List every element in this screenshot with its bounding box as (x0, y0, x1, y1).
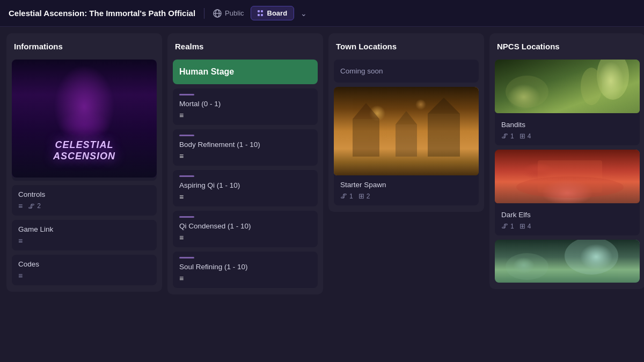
mortal-meta (179, 111, 311, 120)
visibility-label: Public (225, 9, 244, 17)
card-mortal[interactable]: Mortal (0 - 1) (173, 88, 318, 125)
game-link-lines (18, 237, 23, 245)
svg-point-11 (506, 76, 548, 108)
column-npcs-locations: NPCS Locations Bandits 🖇 1 (489, 33, 644, 289)
bandits-svg (495, 60, 640, 113)
card-bandits[interactable]: Bandits 🖇 1 ⊞ 4 (495, 60, 640, 145)
card-body-refinement[interactable]: Body Refinement (1 - 10) (173, 129, 318, 166)
lines-icon (18, 202, 23, 210)
controls-attachment-count: 2 (37, 202, 41, 210)
card-coming-soon[interactable]: Coming soon (334, 60, 479, 83)
card-codes[interactable]: Codes (12, 255, 157, 285)
paperclip-icon-starter: 🖇 (340, 192, 347, 200)
darkelfs-attachments: 🖇 1 (501, 222, 514, 230)
column-town-locations: Town Locations Coming soon Starter S (328, 33, 484, 212)
card-game-link[interactable]: Game Link (12, 220, 157, 250)
bandits-pages: ⊞ 4 (519, 132, 531, 140)
card-aspiring-qi[interactable]: Aspiring Qi (1 - 10) (173, 170, 318, 206)
celestial-image: CELESTIALASCENSION (12, 60, 157, 178)
lines-icon-body (179, 152, 184, 160)
bottom-npc-image (495, 240, 640, 283)
bandits-pages-count: 4 (528, 132, 531, 140)
column-header-npcs: NPCS Locations (495, 40, 640, 55)
card-controls[interactable]: Controls 🖇 2 (12, 185, 157, 216)
game-art-title: CELESTIALASCENSION (53, 139, 115, 162)
pages-icon-bandits: ⊞ (519, 132, 525, 140)
paperclip-icon-bandits: 🖇 (501, 132, 508, 140)
column-informations: Informations CELESTIALASCENSION Controls… (6, 33, 162, 292)
svg-marker-6 (396, 111, 417, 124)
darkelfs-svg (495, 150, 640, 203)
column-realms: Realms Human Stage Mortal (0 - 1) Body R… (167, 33, 323, 294)
starter-pages: ⊞ 2 (358, 192, 370, 200)
accent-bar-3 (179, 175, 194, 177)
svg-rect-3 (353, 119, 379, 157)
nav-divider (204, 8, 204, 19)
card-game-art[interactable]: CELESTIALASCENSION (12, 60, 157, 181)
codes-lines (18, 271, 23, 280)
game-link-title: Game Link (18, 225, 150, 233)
accent-bar-4 (179, 216, 194, 218)
column-header-informations: Informations (12, 40, 157, 55)
soul-refining-meta (179, 274, 311, 283)
board-button[interactable]: Board (251, 6, 295, 20)
board-label: Board (267, 9, 288, 17)
bandits-content: Bandits 🖇 1 ⊞ 4 (495, 116, 640, 145)
svg-point-15 (506, 253, 548, 280)
chevron-down-icon[interactable]: ⌄ (301, 9, 307, 18)
lines-icon-qi (179, 193, 184, 201)
pages-icon-darkelfs: ⊞ (519, 222, 525, 230)
starter-spawn-content: Starter Spawn 🖇 1 ⊞ 2 (334, 175, 479, 205)
app-title: Celestial Ascension: The Immortal's Path… (9, 9, 195, 18)
starter-spawn-title: Starter Spawn (340, 181, 472, 189)
svg-point-13 (516, 176, 624, 198)
svg-rect-7 (428, 114, 460, 157)
qi-condensed-title: Qi Condensed (1 - 10) (179, 222, 311, 230)
aspiring-qi-title: Aspiring Qi (1 - 10) (179, 181, 311, 189)
aspiring-qi-meta (179, 193, 311, 201)
darkelfs-pages-count: 4 (528, 223, 531, 230)
town-image (334, 87, 479, 175)
paperclip-icon: 🖇 (28, 202, 35, 210)
card-dark-elfs[interactable]: Dark Elfs 🖇 1 ⊞ 4 (495, 150, 640, 235)
body-refinement-meta (179, 152, 311, 160)
starter-attachments: 🖇 1 (340, 192, 353, 200)
accent-bar-5 (179, 257, 194, 258)
column-header-town: Town Locations (334, 40, 479, 55)
darkelfs-pages: ⊞ 4 (519, 222, 531, 230)
starter-spawn-meta: 🖇 1 ⊞ 2 (340, 192, 472, 200)
darkelfs-attachment-count: 1 (510, 223, 514, 230)
bottom-npc-svg (495, 240, 640, 283)
svg-point-10 (581, 68, 602, 105)
darkelfs-content: Dark Elfs 🖇 1 ⊞ 4 (495, 206, 640, 235)
svg-marker-8 (428, 98, 460, 114)
codes-title: Codes (18, 260, 150, 268)
controls-title: Controls (18, 190, 150, 198)
bandits-image (495, 60, 640, 113)
qi-condensed-meta (179, 233, 311, 242)
bandits-attachment-count: 1 (510, 132, 514, 140)
card-bottom-npc[interactable] (495, 240, 640, 283)
lines-icon-condensed (179, 233, 184, 242)
card-soul-refining[interactable]: Soul Refining (1 - 10) (173, 252, 318, 288)
bandits-attachments: 🖇 1 (501, 132, 514, 140)
starter-pages-count: 2 (367, 193, 370, 200)
card-starter-spawn[interactable]: Starter Spawn 🖇 1 ⊞ 2 (334, 87, 479, 205)
card-human-stage[interactable]: Human Stage (173, 60, 318, 84)
dark-elfs-meta: 🖇 1 ⊞ 4 (501, 222, 633, 230)
svg-rect-5 (396, 124, 417, 157)
codes-meta (18, 271, 150, 280)
accent-bar (179, 94, 194, 95)
board: Informations CELESTIALASCENSION Controls… (0, 27, 644, 362)
paperclip-icon-darkelfs: 🖇 (501, 222, 508, 230)
accent-bar-2 (179, 135, 194, 136)
controls-lines (18, 202, 23, 210)
body-refinement-title: Body Refinement (1 - 10) (179, 141, 311, 149)
svg-marker-4 (353, 103, 379, 119)
visibility-indicator: Public (213, 9, 244, 18)
town-svg-overlay (334, 87, 479, 175)
controls-meta: 🖇 2 (18, 202, 150, 210)
mortal-title: Mortal (0 - 1) (179, 100, 311, 108)
pages-icon-starter: ⊞ (358, 192, 364, 200)
card-qi-condensed[interactable]: Qi Condensed (1 - 10) (173, 211, 318, 247)
